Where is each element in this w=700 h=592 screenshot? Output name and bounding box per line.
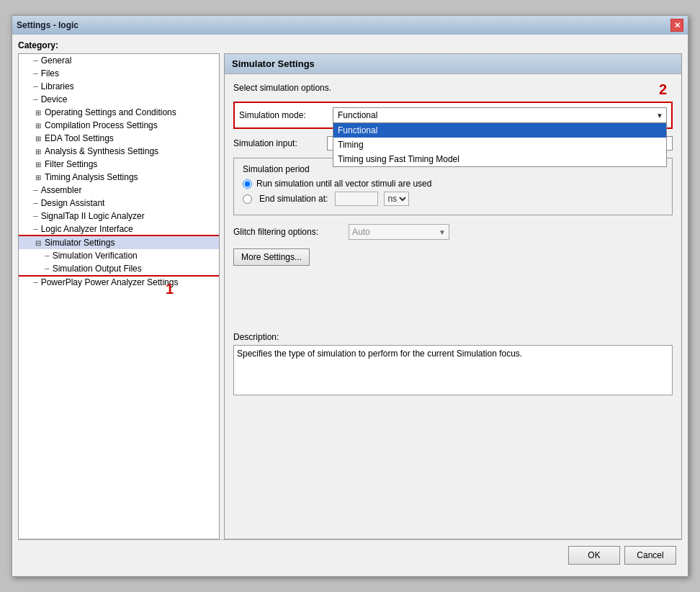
radio-run-all[interactable] xyxy=(243,179,252,189)
dropdown-options-list: Functional Timing Timing using Fast Timi… xyxy=(333,123,667,167)
expand-icon-filter: ⊞ xyxy=(33,159,43,169)
expand-icon-eda: ⊞ xyxy=(33,133,43,143)
tree-item-sim-verification[interactable]: – Simulation Verification xyxy=(19,249,219,262)
close-button[interactable]: ✕ xyxy=(670,19,683,32)
content-area: – General – Files – Libraries – Device ⊞ xyxy=(18,53,682,539)
dash: – xyxy=(33,224,38,234)
tree-label-sim-output: Simulation Output Files xyxy=(53,264,142,274)
right-panel: Simulator Settings 2 Select simulation o… xyxy=(224,53,682,539)
mode-row: Simulation mode: Functional ▼ Functional… xyxy=(239,107,667,123)
dash: – xyxy=(33,277,38,287)
dash: – xyxy=(33,94,38,104)
tree-label-sim-verification: Simulation Verification xyxy=(53,251,138,261)
tree-label-eda: EDA Tool Settings xyxy=(45,133,114,143)
more-settings-button[interactable]: More Settings... xyxy=(233,248,310,266)
tree-item-eda[interactable]: ⊞ EDA Tool Settings xyxy=(19,132,219,145)
tree-label-signaltap: SignalTap II Logic Analyzer xyxy=(41,211,145,221)
dropdown-arrow-icon: ▼ xyxy=(656,112,663,120)
tree-label-libraries: Libraries xyxy=(41,81,74,91)
dash: – xyxy=(33,55,38,66)
simulation-mode-box: Simulation mode: Functional ▼ Functional… xyxy=(233,102,673,129)
expand-icon-compilation: ⊞ xyxy=(33,120,43,130)
tree-item-libraries[interactable]: – Libraries xyxy=(19,80,219,93)
title-bar: Settings - logic ✕ xyxy=(12,16,688,35)
tree-label-simulator-settings: Simulator Settings xyxy=(45,238,115,248)
tree-label-operating: Operating Settings and Conditions xyxy=(45,107,176,117)
tree-item-analysis[interactable]: ⊞ Analysis & Synthesis Settings xyxy=(19,145,219,158)
tree-item-signaltap[interactable]: – SignalTap II Logic Analyzer xyxy=(19,210,219,223)
description-label: Description: xyxy=(233,332,673,342)
ok-button[interactable]: OK xyxy=(568,546,620,565)
dash: – xyxy=(33,81,38,91)
tree-label-design-asst: Design Assistant xyxy=(41,198,105,208)
category-tree: – General – Files – Libraries – Device ⊞ xyxy=(18,53,220,539)
tree-label-device: Device xyxy=(41,94,68,104)
glitch-filtering-row: Glitch filtering options: Auto ▼ xyxy=(233,224,673,240)
tree-label-logic-analyzer: Logic Analyzer Interface xyxy=(41,224,133,234)
description-textarea xyxy=(233,345,673,395)
cancel-button[interactable]: Cancel xyxy=(624,546,676,565)
expand-icon-analysis: ⊞ xyxy=(33,146,43,156)
tree-label-assembler: Assembler xyxy=(41,185,82,195)
expand-icon-timing: ⊞ xyxy=(33,172,43,182)
dropdown-option-timing-fast[interactable]: Timing using Fast Timing Model xyxy=(333,152,666,166)
tree-label-analysis: Analysis & Synthesis Settings xyxy=(45,146,158,156)
glitch-value: Auto xyxy=(352,227,370,237)
category-label: Category: xyxy=(18,40,682,50)
glitch-dropdown[interactable]: Auto ▼ xyxy=(349,224,449,240)
tree-label-files: Files xyxy=(41,68,59,79)
radio-end-sim[interactable] xyxy=(243,194,252,204)
radio-row-2: End simulation at: ns ps us xyxy=(243,192,663,206)
tree-label-compilation: Compilation Process Settings xyxy=(45,120,158,130)
tree-item-sim-output[interactable]: – Simulation Output Files xyxy=(19,262,219,275)
dash: – xyxy=(45,251,50,261)
dropdown-option-timing[interactable]: Timing xyxy=(333,138,666,152)
description-box-container: document.addEventListener('DOMContentLoa… xyxy=(233,345,673,398)
tree-item-operating[interactable]: ⊞ Operating Settings and Conditions xyxy=(19,106,219,119)
glitch-label: Glitch filtering options: xyxy=(233,227,349,237)
dropdown-option-functional[interactable]: Functional xyxy=(333,123,666,138)
radio-run-all-label: Run simulation until all vector stimuli … xyxy=(256,179,431,189)
expand-icon-simulator: ⊟ xyxy=(33,238,43,248)
tree-label-timing: Timing Analysis Settings xyxy=(45,172,138,182)
tree-item-logic-analyzer[interactable]: – Logic Analyzer Interface xyxy=(19,223,219,236)
description-section: Description: document.addEventListener('… xyxy=(233,332,673,398)
tree-item-general[interactable]: – General xyxy=(19,54,219,67)
tree-label-powerplay: PowerPlay Power Analyzer Settings xyxy=(41,277,179,287)
glitch-arrow-icon: ▼ xyxy=(439,228,446,236)
tree-item-powerplay[interactable]: – PowerPlay Power Analyzer Settings xyxy=(19,276,219,289)
bottom-bar: OK Cancel xyxy=(18,539,682,570)
tree-item-timing[interactable]: ⊞ Timing Analysis Settings xyxy=(19,171,219,184)
radio-row-1: Run simulation until all vector stimuli … xyxy=(243,179,663,189)
expand-icon-operating: ⊞ xyxy=(33,107,43,117)
tree-item-simulator-settings[interactable]: ⊟ Simulator Settings xyxy=(19,236,219,249)
tree-item-device[interactable]: – Device xyxy=(19,93,219,106)
panel-header: Simulator Settings xyxy=(225,54,681,74)
ns-unit-select[interactable]: ns ps us xyxy=(384,192,409,206)
radio-end-sim-label: End simulation at: xyxy=(259,194,328,204)
tree-item-assembler[interactable]: – Assembler xyxy=(19,184,219,197)
tree-item-filter[interactable]: ⊞ Filter Settings xyxy=(19,158,219,171)
tree-item-compilation[interactable]: ⊞ Compilation Process Settings xyxy=(19,119,219,132)
end-sim-value-input[interactable] xyxy=(335,192,378,206)
tree-item-files[interactable]: – Files xyxy=(19,67,219,80)
sim-mode-label: Simulation mode: xyxy=(239,110,333,120)
dash: – xyxy=(33,198,38,208)
sim-input-label: Simulation input: xyxy=(233,138,327,148)
right-content: 2 Select simulation options. Simulation … xyxy=(225,74,681,539)
simulation-mode-dropdown[interactable]: Functional ▼ Functional Timing Timing us… xyxy=(333,107,667,123)
select-sim-options-text: Select simulation options. xyxy=(233,83,673,93)
dash: – xyxy=(45,264,50,274)
window-title: Settings - logic xyxy=(17,20,78,30)
tree-label-filter: Filter Settings xyxy=(45,159,97,169)
tree-item-design-asst[interactable]: – Design Assistant xyxy=(19,197,219,210)
settings-window: Settings - logic ✕ Category: – General –… xyxy=(12,15,688,577)
dropdown-selected-value[interactable]: Functional ▼ xyxy=(333,107,667,123)
dash: – xyxy=(33,68,38,79)
tree-label-general: General xyxy=(41,55,72,66)
dash: – xyxy=(33,211,38,221)
dropdown-current: Functional xyxy=(338,110,377,120)
window-body: Category: – General – Files – Libraries xyxy=(12,35,688,576)
dash: – xyxy=(33,185,38,195)
badge-2: 2 xyxy=(659,81,667,98)
